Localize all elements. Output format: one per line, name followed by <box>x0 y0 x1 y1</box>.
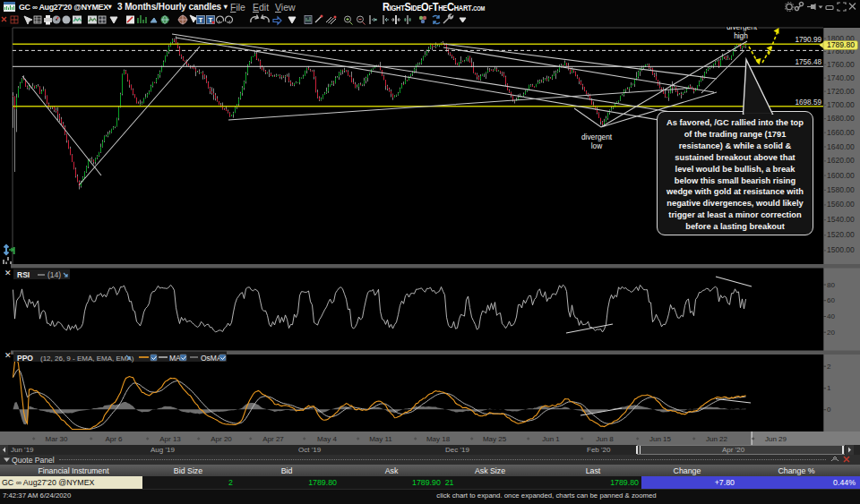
svg-text:1660.00: 1660.00 <box>827 128 855 137</box>
svg-text:20: 20 <box>827 329 835 337</box>
svg-text:RSI: RSI <box>17 270 30 279</box>
svg-text:1740.00: 1740.00 <box>827 73 855 82</box>
svg-text:Jun 22: Jun 22 <box>706 435 728 443</box>
svg-text:high: high <box>734 31 748 40</box>
svg-text:May 25: May 25 <box>483 435 507 443</box>
svg-text:low: low <box>591 141 603 150</box>
svg-text:1620.00: 1620.00 <box>827 156 855 165</box>
svg-text:60: 60 <box>827 296 835 304</box>
svg-text:1600.00: 1600.00 <box>827 171 855 180</box>
svg-text:✕: ✕ <box>4 351 12 360</box>
svg-text:1698.59: 1698.59 <box>795 98 821 107</box>
svg-text:1789.80: 1789.80 <box>827 40 855 49</box>
svg-text:May 18: May 18 <box>426 435 451 443</box>
svg-text:✕: ✕ <box>4 269 12 278</box>
svg-text:Jun 1: Jun 1 <box>542 435 560 443</box>
svg-text:80: 80 <box>827 281 835 289</box>
svg-text:1700.00: 1700.00 <box>827 100 855 109</box>
svg-text:1500.00: 1500.00 <box>827 245 855 254</box>
svg-text:1756.48: 1756.48 <box>795 58 821 66</box>
svg-text:divergent: divergent <box>581 132 613 141</box>
svg-text:1640.00: 1640.00 <box>827 142 855 151</box>
svg-text:1720.00: 1720.00 <box>827 87 855 96</box>
svg-text:T: T <box>199 16 203 24</box>
svg-text:2: 2 <box>827 363 831 371</box>
svg-text:Jun 29: Jun 29 <box>765 435 787 443</box>
svg-text:PPO: PPO <box>17 354 33 363</box>
svg-text:MA: MA <box>169 354 181 363</box>
svg-text:Apr 13: Apr 13 <box>159 435 181 443</box>
svg-text:40: 40 <box>827 312 835 320</box>
svg-text:Jun 15: Jun 15 <box>649 435 672 443</box>
svg-text:1540.00: 1540.00 <box>827 215 855 224</box>
svg-text:1560.00: 1560.00 <box>827 200 855 209</box>
svg-text:T: T <box>209 16 213 24</box>
svg-text:Mar 30: Mar 30 <box>46 435 68 443</box>
svg-text:Apr 20: Apr 20 <box>211 435 232 443</box>
svg-text:1680.00: 1680.00 <box>827 114 855 123</box>
svg-text:(14): (14) <box>47 270 61 279</box>
svg-text:Apr 27: Apr 27 <box>262 435 284 443</box>
svg-text:OsMA: OsMA <box>201 354 222 363</box>
svg-text:Apr 6: Apr 6 <box>105 435 123 443</box>
svg-text:1760.00: 1760.00 <box>827 60 855 69</box>
svg-text:1520.00: 1520.00 <box>827 230 855 239</box>
svg-text:(12, 26, 9 - EMA, EMA, EMA): (12, 26, 9 - EMA, EMA, EMA) <box>40 355 134 363</box>
svg-text:1: 1 <box>827 384 831 392</box>
svg-text:May 4: May 4 <box>317 435 337 443</box>
svg-text:1580.00: 1580.00 <box>827 185 855 194</box>
svg-text:May 11: May 11 <box>369 435 392 443</box>
svg-text:Jun 8: Jun 8 <box>596 435 614 443</box>
svg-text:0: 0 <box>827 406 831 414</box>
svg-text:1790.99: 1790.99 <box>795 36 821 44</box>
